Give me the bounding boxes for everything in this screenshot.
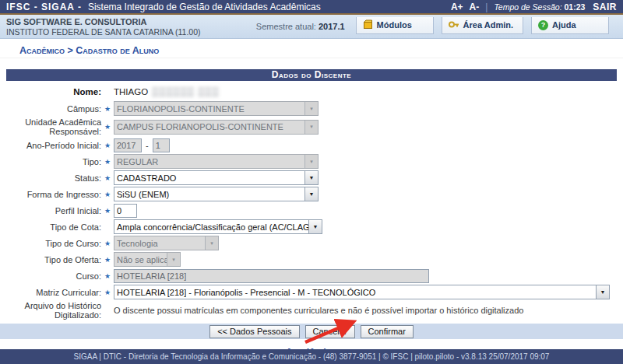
breadcrumb: Acadêmico > Cadastro de Aluno: [0, 39, 623, 58]
unidade-select-value: CAMPUS FLORIANOPOLIS-CONTINENTE: [114, 122, 304, 131]
field-row-arquivo-historico: Arquivo do Histórico Digitalizado: O dis…: [0, 300, 623, 320]
arquivo-historico-message: O discente possui matrículas em componen…: [114, 306, 523, 315]
tipo-select-value: REGULAR: [114, 157, 304, 166]
organization-block: SIG SOFTWARE E. CONSULTORIA INSTITUTO FE…: [6, 17, 201, 38]
field-row-curso: Curso: ★: [0, 268, 623, 284]
footer-bar: SIGAA | DTIC - Diretoria de Tecnologia d…: [0, 349, 623, 364]
tipo-cota-select-value: Ampla concorrência/Classificação geral (…: [114, 222, 308, 232]
matriz-curricular-select-value: HOTELARIA [218] - Florianópolis - Presen…: [114, 288, 596, 297]
chevron-down-icon[interactable]: ▼: [304, 187, 318, 201]
tipo-oferta-label: Tipo de Oferta:: [0, 255, 101, 264]
tipo-cota-label: Tipo de Cota:: [0, 222, 101, 232]
forma-ingresso-select-value: SiSU (ENEM): [114, 190, 304, 199]
name-redacted: ▒▒▒▒▒▒ ▒▒▒: [152, 87, 220, 96]
chevron-down-icon: ▾: [205, 236, 218, 250]
tipo-curso-label: Tipo de Curso:: [0, 239, 101, 248]
sigaa-app: IFSC - SIGAA - Sistema Integrado de Gest…: [0, 0, 623, 364]
student-form: Câmpus: ★ FLORIANOPOLIS-CONTINENTE ▾ Uni…: [0, 100, 623, 320]
required-star: ★: [101, 174, 114, 182]
top-header-bar: IFSC - SIGAA - Sistema Integrado de Gest…: [0, 0, 623, 13]
field-row-tipo-cota: Tipo de Cota: Ampla concorrência/Classif…: [0, 219, 623, 235]
curso-input: [114, 269, 429, 283]
status-label: Status:: [0, 173, 101, 183]
periodo-input: [153, 138, 170, 152]
session-timer-value: 01:23: [564, 2, 585, 12]
name-value: THIAGO: [114, 87, 148, 96]
campus-select-value: FLORIANOPOLIS-CONTINENTE: [114, 104, 304, 114]
session-timer-label: Tempo de Sessão:: [494, 2, 561, 12]
field-row-forma-ingresso: Forma de Ingresso: ★ SiSU (ENEM) ▼: [0, 186, 623, 202]
perfil-inicial-input[interactable]: [114, 204, 137, 218]
action-button-band: << Dados Pessoais Cancelar Confirmar: [0, 324, 623, 339]
arquivo-historico-label: Arquivo do Histórico Digitalizado:: [0, 301, 101, 320]
field-row-tipo-oferta: Tipo de Oferta: ★ Não se aplica ▾: [0, 251, 623, 268]
tipo-curso-select-value: Tecnologia: [114, 239, 205, 248]
campus-label: Câmpus:: [0, 104, 101, 114]
name-label: Nome:: [0, 87, 101, 96]
student-name-row: Nome: THIAGO ▒▒▒▒▒▒ ▒▒▒: [0, 85, 623, 99]
dados-pessoais-button[interactable]: << Dados Pessoais: [209, 325, 299, 338]
current-semester: Semestre atual: 2017.1: [256, 22, 345, 31]
tipo-select: REGULAR ▾: [114, 154, 319, 169]
chevron-down-icon: ▾: [304, 121, 318, 134]
help-icon: ?: [538, 20, 548, 30]
curso-label: Curso:: [0, 271, 101, 281]
modules-button-label: Módulos: [377, 20, 412, 30]
field-row-perfil-inicial: Perfil Inicial: ★: [0, 202, 623, 219]
font-decrease-button[interactable]: A-: [470, 2, 480, 12]
chevron-down-icon: ▾: [167, 253, 180, 266]
forma-ingresso-select[interactable]: SiSU (ENEM) ▼: [114, 187, 319, 201]
ano-periodo-label: Ano-Período Inicial:: [0, 141, 101, 150]
cancelar-button[interactable]: Cancelar: [305, 325, 355, 338]
status-select[interactable]: CADASTRADO ▼: [114, 170, 319, 185]
field-row-unidade: Unidade Acadêmica Responsável: ★ CAMPUS …: [0, 117, 623, 137]
required-star: ★: [101, 207, 114, 215]
font-increase-button[interactable]: A+: [451, 2, 463, 12]
status-select-value: CADASTRADO: [114, 173, 304, 183]
subheader-right: Semestre atual: 2017.1 Módulos Área Admi…: [256, 17, 617, 38]
modules-cube-icon: [363, 19, 373, 31]
field-row-matriz-curricular: Matriz Curricular: ★ HOTELARIA [218] - F…: [0, 284, 623, 300]
required-star: ★: [101, 105, 114, 113]
semester-label: Semestre atual:: [256, 22, 316, 31]
required-star: ★: [101, 142, 114, 149]
panel-title: Dados do Discente: [6, 69, 617, 81]
matriz-curricular-select[interactable]: HOTELARIA [218] - Florianópolis - Presen…: [114, 285, 610, 299]
brand-title: IFSC - SIGAA -: [6, 2, 82, 12]
perfil-inicial-label: Perfil Inicial:: [0, 206, 101, 215]
logout-button[interactable]: SAIR: [593, 2, 617, 12]
institution-name: INSTITUTO FEDERAL DE SANTA CATARINA (11.…: [6, 27, 201, 37]
chevron-down-icon[interactable]: ▼: [304, 171, 318, 184]
tipo-oferta-select-value: Não se aplica: [114, 255, 167, 264]
confirmar-button[interactable]: Confirmar: [361, 325, 414, 338]
chevron-down-icon: ▾: [304, 155, 318, 168]
system-name: Sistema Integrado de Gestão de Atividade…: [88, 2, 321, 12]
ano-input: [114, 138, 142, 152]
chevron-down-icon: ▾: [304, 102, 318, 115]
admin-area-button[interactable]: Área Admin.: [442, 17, 523, 34]
field-row-tipo-curso: Tipo de Curso: ★ Tecnologia ▾: [0, 235, 623, 251]
field-row-campus: Câmpus: ★ FLORIANOPOLIS-CONTINENTE ▾: [0, 100, 623, 117]
matriz-curricular-label: Matriz Curricular:: [0, 288, 101, 297]
chevron-down-icon[interactable]: ▼: [308, 220, 322, 233]
help-button[interactable]: ? Ajuda: [531, 17, 609, 34]
help-button-label: Ajuda: [552, 20, 576, 30]
sub-header-bar: SIG SOFTWARE E. CONSULTORIA INSTITUTO FE…: [0, 15, 623, 39]
campus-select: FLORIANOPOLIS-CONTINENTE ▾: [114, 101, 319, 116]
tipo-cota-select[interactable]: Ampla concorrência/Classificação geral (…: [114, 219, 322, 234]
unidade-select: CAMPUS FLORIANOPOLIS-CONTINENTE ▾: [114, 120, 319, 135]
forma-ingresso-label: Forma de Ingresso:: [0, 190, 101, 199]
required-star: ★: [101, 256, 114, 264]
admin-area-button-label: Área Admin.: [463, 20, 513, 30]
required-star: ★: [101, 123, 114, 131]
required-star: ★: [101, 289, 114, 296]
key-icon: [449, 19, 459, 31]
modules-button[interactable]: Módulos: [356, 17, 434, 34]
tipo-curso-select: Tecnologia ▾: [114, 236, 219, 250]
tipo-label: Tipo:: [0, 157, 101, 166]
tipo-oferta-select: Não se aplica ▾: [114, 252, 181, 267]
field-row-ano-periodo: Ano-Período Inicial: ★ -: [0, 137, 623, 153]
required-star: ★: [101, 272, 114, 280]
chevron-down-icon[interactable]: ▼: [596, 285, 609, 299]
required-star: ★: [101, 158, 114, 166]
